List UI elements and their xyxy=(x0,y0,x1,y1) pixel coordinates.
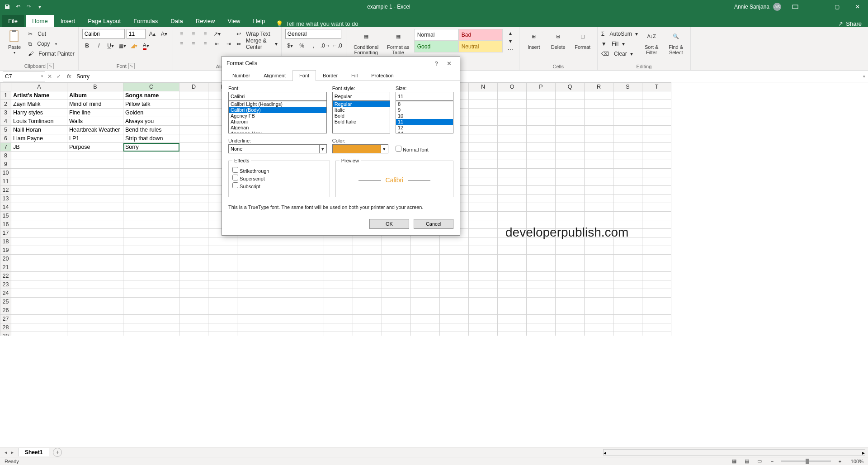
cell[interactable] xyxy=(469,323,498,332)
cell[interactable] xyxy=(208,289,237,298)
cell[interactable] xyxy=(527,169,556,177)
cell[interactable] xyxy=(613,272,642,280)
underline-combo[interactable] xyxy=(228,144,320,153)
cell[interactable] xyxy=(556,100,585,109)
cell[interactable]: Artist's Name xyxy=(11,91,67,100)
styles-down-icon[interactable]: ▾ xyxy=(505,37,515,45)
row-header[interactable]: 14 xyxy=(0,203,11,212)
cell[interactable] xyxy=(123,160,179,169)
cell[interactable]: Purpose xyxy=(67,143,123,152)
zoom-slider[interactable] xyxy=(781,460,831,462)
cell[interactable] xyxy=(613,109,642,117)
cell[interactable] xyxy=(642,186,671,195)
font-launcher-icon[interactable]: ⤡ xyxy=(128,63,135,69)
cell[interactable] xyxy=(266,332,295,336)
underline-button[interactable]: U▾ xyxy=(106,41,116,51)
cell[interactable] xyxy=(556,289,585,298)
cell[interactable] xyxy=(440,237,469,246)
cell[interactable] xyxy=(295,255,324,263)
cell[interactable] xyxy=(469,255,498,263)
cell[interactable] xyxy=(208,255,237,263)
align-top-icon[interactable]: ≡ xyxy=(177,29,187,39)
cell[interactable] xyxy=(498,306,527,315)
row-header[interactable]: 9 xyxy=(0,160,11,169)
cell[interactable] xyxy=(469,280,498,289)
cell[interactable] xyxy=(324,237,353,246)
list-option[interactable]: 10 xyxy=(396,113,453,119)
formula-input[interactable] xyxy=(75,71,860,81)
cell[interactable] xyxy=(179,109,208,117)
cell[interactable] xyxy=(324,280,353,289)
tell-me[interactable]: 💡 Tell me what you want to do xyxy=(271,20,363,27)
cell[interactable] xyxy=(642,315,671,323)
dialog-tab-border[interactable]: Border xyxy=(316,70,344,81)
cell[interactable]: Harry styles xyxy=(11,109,67,117)
column-header[interactable]: B xyxy=(67,83,123,91)
expand-formula-icon[interactable]: ▾ xyxy=(860,74,868,79)
cell[interactable] xyxy=(411,289,440,298)
cell[interactable] xyxy=(123,237,179,246)
cell[interactable] xyxy=(67,255,123,263)
color-swatch[interactable] xyxy=(332,144,381,153)
cell[interactable] xyxy=(469,177,498,186)
cell[interactable] xyxy=(67,152,123,160)
cell[interactable] xyxy=(613,134,642,143)
cell[interactable] xyxy=(498,109,527,117)
cell[interactable] xyxy=(237,272,266,280)
orientation-icon[interactable]: ↗▾ xyxy=(212,29,222,39)
list-option[interactable]: Algerian xyxy=(229,125,326,131)
decrease-decimal-icon[interactable]: ←.0 xyxy=(332,41,342,51)
cell[interactable] xyxy=(642,117,671,126)
cell[interactable] xyxy=(440,263,469,272)
cancel-formula-icon[interactable]: ✕ xyxy=(45,73,54,80)
cell[interactable] xyxy=(353,332,382,336)
cell[interactable] xyxy=(585,272,613,280)
cell[interactable] xyxy=(440,272,469,280)
merge-center-button[interactable]: ⇔ Merge & Center ▾ xyxy=(236,39,278,49)
cell[interactable] xyxy=(67,186,123,195)
cell[interactable] xyxy=(642,143,671,152)
cell[interactable] xyxy=(11,272,67,280)
cell[interactable] xyxy=(527,298,556,306)
cell[interactable] xyxy=(469,160,498,169)
tab-page-layout[interactable]: Page Layout xyxy=(81,15,127,27)
cell[interactable] xyxy=(237,315,266,323)
cell[interactable] xyxy=(498,263,527,272)
cell[interactable] xyxy=(613,246,642,255)
cell[interactable] xyxy=(266,306,295,315)
cell[interactable] xyxy=(67,229,123,237)
sort-filter-button[interactable]: A↓ZSort & Filter xyxy=(641,29,662,55)
cell[interactable] xyxy=(411,272,440,280)
font-input[interactable] xyxy=(228,92,327,101)
font-listbox[interactable]: Calibri Light (Headings)Calibri (Body)Ag… xyxy=(228,101,327,133)
cell[interactable] xyxy=(527,280,556,289)
cell[interactable] xyxy=(498,332,527,336)
cell[interactable] xyxy=(585,91,613,100)
align-left-icon[interactable]: ≡ xyxy=(177,39,187,49)
cell[interactable] xyxy=(585,280,613,289)
cell[interactable] xyxy=(556,263,585,272)
cell[interactable] xyxy=(179,315,208,323)
cell[interactable] xyxy=(440,332,469,336)
cell[interactable] xyxy=(469,203,498,212)
cell[interactable] xyxy=(585,160,613,169)
cell[interactable] xyxy=(208,332,237,336)
fill-button[interactable]: ▼ Fill ▾ xyxy=(601,39,638,49)
cell[interactable] xyxy=(179,143,208,152)
cell[interactable] xyxy=(67,246,123,255)
bold-button[interactable]: B xyxy=(82,41,92,51)
cell[interactable] xyxy=(527,306,556,315)
save-icon[interactable] xyxy=(4,3,11,10)
cell[interactable] xyxy=(556,315,585,323)
cell[interactable] xyxy=(613,91,642,100)
underline-dropdown-icon[interactable]: ▾ xyxy=(320,144,327,153)
cell[interactable] xyxy=(237,289,266,298)
cell[interactable] xyxy=(179,91,208,100)
style-normal[interactable]: Normal xyxy=(414,29,458,41)
cell[interactable] xyxy=(123,289,179,298)
italic-button[interactable]: I xyxy=(94,41,104,51)
list-option[interactable]: Bold Italic xyxy=(333,119,390,125)
styles-more-icon[interactable]: ⋯ xyxy=(505,45,515,53)
cell[interactable]: Always you xyxy=(123,117,179,126)
cell[interactable]: Liam Payne xyxy=(11,134,67,143)
